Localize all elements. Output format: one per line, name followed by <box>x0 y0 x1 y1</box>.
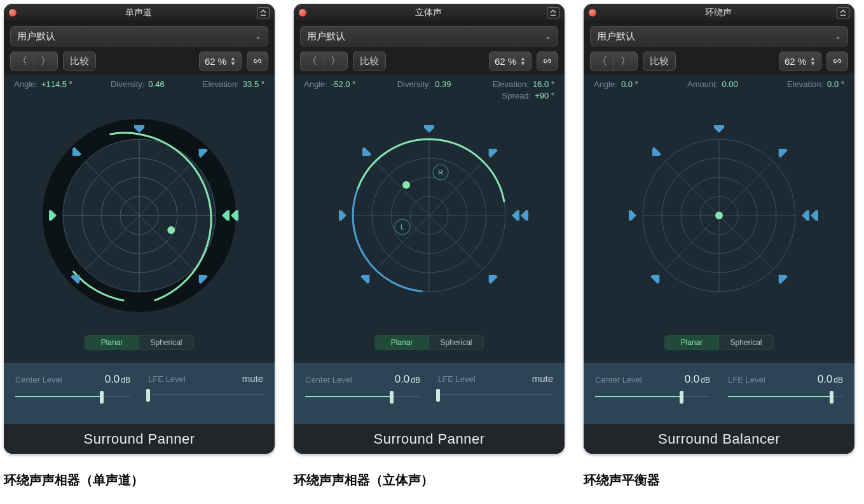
scale-stepper[interactable]: 62 % ▲▼ <box>489 51 531 71</box>
lfe-level-slider[interactable] <box>728 391 843 402</box>
compare-button[interactable]: 比较 <box>353 51 386 71</box>
mode-segmented: Planar Spherical <box>374 335 484 350</box>
readouts: Angle: 0.0 ° Amount: 0.00 Elevation: 0.0… <box>584 74 854 105</box>
window-title: 环绕声 <box>600 7 837 18</box>
pan-field[interactable]: RL <box>294 105 565 334</box>
stepper-arrows-icon: ▲▼ <box>230 56 236 66</box>
window-title: 单声道 <box>20 7 257 18</box>
expand-icon[interactable] <box>837 7 849 18</box>
mode-segmented: Planar Spherical <box>664 335 774 350</box>
center-level-label: Center Level <box>15 375 62 385</box>
lfe-level-label: LFE Level <box>438 374 476 384</box>
elevation-value[interactable]: 33.5 ° <box>243 79 264 89</box>
elevation-value[interactable]: 16.0 ° <box>533 79 554 89</box>
link-button[interactable] <box>826 51 848 71</box>
lfe-level-slider[interactable] <box>438 389 553 400</box>
lfe-level-label: LFE Level <box>728 375 765 385</box>
chevron-down-icon: ⌄ <box>835 32 841 41</box>
scale-value: 62 % <box>785 56 806 67</box>
center-level-value[interactable]: 0.0dB <box>395 373 420 386</box>
compare-button[interactable]: 比较 <box>643 51 676 71</box>
preset-label: 用户默认 <box>307 31 345 43</box>
preset-selector[interactable]: 用户默认 ⌄ <box>300 26 558 46</box>
level-sliders: Center Level 0.0dB LFE Level mute <box>294 363 565 424</box>
pan-field[interactable] <box>4 105 275 334</box>
svg-text:R: R <box>438 168 443 176</box>
angle-label: Angle: <box>594 79 617 89</box>
svg-text:L: L <box>401 223 404 231</box>
prev-preset-button[interactable]: 〈 <box>300 51 324 71</box>
mode-spherical-button[interactable]: Spherical <box>139 335 194 350</box>
preset-label: 用户默认 <box>597 31 635 43</box>
mid-label: Diversity: <box>111 79 144 89</box>
caption: 环绕声声相器（立体声） <box>294 472 565 489</box>
readouts: Angle: +114.5 ° Diversity: 0.46 Elevatio… <box>4 74 275 105</box>
lfe-level-value[interactable]: 0.0dB <box>818 373 843 386</box>
next-preset-button[interactable]: 〉 <box>614 51 638 71</box>
expand-icon[interactable] <box>257 7 270 18</box>
mode-planar-button[interactable]: Planar <box>664 335 719 350</box>
mode-planar-button[interactable]: Planar <box>85 335 139 350</box>
center-level-slider[interactable] <box>305 391 420 402</box>
chevron-down-icon: ⌄ <box>255 32 261 41</box>
close-icon[interactable] <box>589 9 596 17</box>
titlebar: 单声道 <box>4 4 275 22</box>
plugin-name: Surround Balancer <box>584 425 854 454</box>
center-level-value[interactable]: 0.0dB <box>685 373 710 386</box>
readouts: Angle: -52.0 ° Diversity: 0.39 Elevation… <box>294 74 565 105</box>
angle-label: Angle: <box>14 79 38 89</box>
lfe-level-slider-group: LFE Level mute <box>148 373 263 424</box>
mid-value[interactable]: 0.46 <box>148 79 164 89</box>
mid-value[interactable]: 0.00 <box>722 79 737 89</box>
expand-icon[interactable] <box>547 7 559 18</box>
center-level-slider-group: Center Level 0.0dB <box>595 373 710 424</box>
chevron-down-icon: ⌄ <box>545 32 551 41</box>
elevation-value[interactable]: 0.0 ° <box>827 79 844 89</box>
close-icon[interactable] <box>9 9 17 17</box>
panner-window-2: 环绕声 用户默认 ⌄ 〈 〉 比较 62 % ▲▼ <box>584 4 854 454</box>
panner-window-1: 立体声 用户默认 ⌄ 〈 〉 比较 62 % ▲▼ <box>294 4 565 454</box>
svg-point-39 <box>715 212 723 219</box>
compare-button[interactable]: 比较 <box>63 51 96 71</box>
mode-planar-button[interactable]: Planar <box>374 335 429 350</box>
caption: 环绕声声相器（单声道） <box>4 472 275 489</box>
angle-value[interactable]: +114.5 ° <box>41 79 72 89</box>
center-level-slider-group: Center Level 0.0dB <box>15 373 130 424</box>
center-level-label: Center Level <box>595 375 642 385</box>
lfe-level-slider-group: LFE Level 0.0dB <box>728 373 843 424</box>
preset-label: 用户默认 <box>17 31 55 43</box>
prev-preset-button[interactable]: 〈 <box>10 51 34 71</box>
level-sliders: Center Level 0.0dB LFE Level 0.0dB <box>584 363 854 424</box>
center-level-slider[interactable] <box>15 391 130 402</box>
elevation-label: Elevation: <box>493 79 529 89</box>
preset-selector[interactable]: 用户默认 ⌄ <box>10 26 268 46</box>
plugin-name: Surround Panner <box>294 425 565 454</box>
mid-value[interactable]: 0.39 <box>435 79 451 89</box>
titlebar: 立体声 <box>294 4 565 22</box>
center-level-value[interactable]: 0.0dB <box>105 373 130 386</box>
pan-field[interactable] <box>584 105 854 334</box>
angle-value[interactable]: 0.0 ° <box>621 79 638 89</box>
next-preset-button[interactable]: 〉 <box>324 51 348 71</box>
mode-segmented: Planar Spherical <box>85 335 194 350</box>
mode-spherical-button[interactable]: Spherical <box>719 335 774 350</box>
prev-preset-button[interactable]: 〈 <box>590 51 614 71</box>
caption: 环绕声平衡器 <box>584 472 854 489</box>
link-button[interactable] <box>247 51 268 71</box>
scale-stepper[interactable]: 62 % ▲▼ <box>779 51 821 71</box>
svg-point-28 <box>402 181 410 189</box>
center-level-slider[interactable] <box>595 391 710 402</box>
lfe-level-slider[interactable] <box>148 389 263 400</box>
elevation-label: Elevation: <box>203 79 239 89</box>
preset-selector[interactable]: 用户默认 ⌄ <box>590 26 848 46</box>
scale-value: 62 % <box>205 56 226 67</box>
spread-value[interactable]: +90 ° <box>535 91 554 100</box>
angle-value[interactable]: -52.0 ° <box>331 79 355 89</box>
mode-spherical-button[interactable]: Spherical <box>429 335 484 350</box>
close-icon[interactable] <box>299 9 306 17</box>
lfe-level-mute-label: mute <box>532 373 553 384</box>
link-button[interactable] <box>537 51 558 71</box>
panner-window-0: 单声道 用户默认 ⌄ 〈 〉 比较 62 % ▲▼ <box>4 4 275 454</box>
scale-stepper[interactable]: 62 % ▲▼ <box>199 51 242 71</box>
next-preset-button[interactable]: 〉 <box>34 51 58 71</box>
